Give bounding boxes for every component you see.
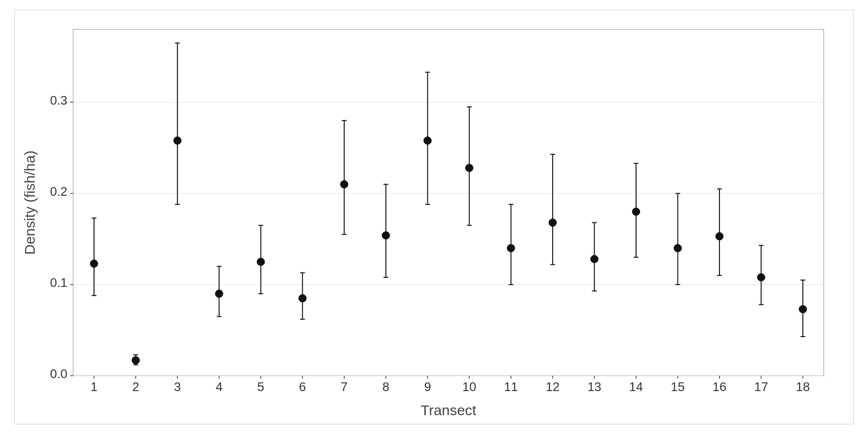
svg-text:10: 10: [462, 380, 476, 393]
svg-text:Density (fish/ha): Density (fish/ha): [22, 150, 38, 255]
svg-text:16: 16: [713, 380, 727, 393]
svg-text:Transect: Transect: [420, 402, 476, 418]
svg-text:4: 4: [216, 380, 222, 393]
svg-text:12: 12: [546, 380, 560, 393]
svg-point-61: [174, 137, 181, 145]
svg-text:6: 6: [299, 380, 306, 393]
svg-text:18: 18: [796, 380, 810, 393]
chart-svg: 0.00.10.20.3123456789101112131415161718D…: [15, 10, 853, 424]
svg-text:3: 3: [174, 380, 181, 393]
svg-text:0.1: 0.1: [50, 276, 68, 289]
chart-container: 0.00.10.20.3123456789101112131415161718D…: [14, 10, 854, 424]
svg-text:8: 8: [382, 380, 389, 393]
svg-point-65: [215, 290, 223, 298]
svg-text:0.2: 0.2: [50, 185, 68, 198]
svg-text:0.0: 0.0: [50, 367, 68, 380]
svg-point-73: [298, 295, 306, 302]
svg-text:11: 11: [504, 380, 518, 393]
svg-text:13: 13: [587, 380, 601, 393]
svg-text:17: 17: [754, 380, 768, 393]
svg-point-97: [549, 219, 556, 227]
svg-text:15: 15: [671, 380, 685, 393]
svg-point-109: [674, 244, 682, 252]
svg-text:9: 9: [424, 380, 431, 393]
svg-text:5: 5: [258, 380, 264, 393]
svg-point-77: [340, 180, 348, 188]
svg-point-57: [132, 356, 139, 364]
svg-text:14: 14: [629, 380, 643, 393]
svg-point-121: [799, 305, 807, 313]
svg-point-53: [90, 260, 98, 268]
svg-text:7: 7: [341, 380, 348, 393]
svg-point-85: [424, 137, 432, 145]
svg-point-105: [632, 208, 640, 216]
svg-point-93: [507, 244, 515, 252]
svg-text:2: 2: [132, 380, 139, 393]
svg-point-113: [716, 232, 723, 240]
svg-point-69: [257, 258, 265, 266]
svg-point-81: [382, 231, 390, 239]
svg-text:1: 1: [91, 380, 97, 393]
svg-point-101: [591, 255, 598, 263]
svg-point-89: [465, 164, 473, 172]
svg-rect-1: [73, 29, 824, 376]
svg-point-117: [757, 273, 765, 281]
svg-text:0.3: 0.3: [50, 94, 68, 107]
